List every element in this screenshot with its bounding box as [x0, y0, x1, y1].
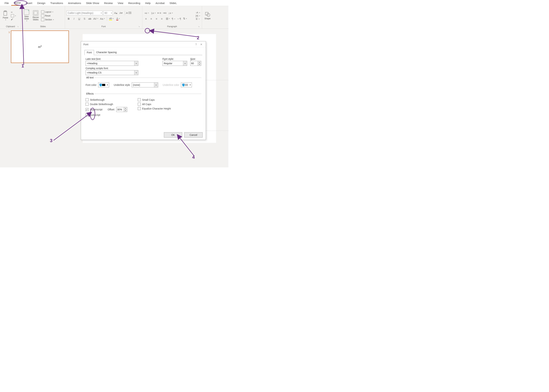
close-button[interactable]: ✕ — [199, 42, 204, 47]
shadow-button[interactable]: S — [82, 16, 87, 21]
tab-file[interactable]: File — [2, 0, 11, 6]
underline-button[interactable]: U — [77, 16, 81, 21]
chevron-down-icon: ▾ — [111, 12, 112, 14]
font-size-spinner[interactable]: ▲▼ — [190, 61, 201, 66]
tab-animations[interactable]: Animations — [65, 0, 83, 6]
latin-font-combo[interactable]: +Heading▾ — [86, 61, 138, 66]
align-text-button[interactable]: [≡]▾ — [195, 14, 201, 17]
spin-down-icon[interactable]: ▼ — [124, 110, 127, 112]
spin-up-icon[interactable]: ▲ — [198, 61, 201, 63]
group-slides-label: Slides — [40, 25, 46, 28]
tab-insert[interactable]: Insert — [23, 0, 35, 6]
layout-button[interactable]: Layout▾ — [41, 10, 54, 14]
reset-button[interactable]: Reset — [41, 14, 54, 18]
cut-button[interactable]: ✂ — [11, 11, 16, 14]
tab-recording[interactable]: Recording — [126, 0, 143, 6]
group-font-label: Font — [101, 25, 106, 28]
strikethrough-button[interactable]: ab — [87, 16, 92, 21]
help-button[interactable]: ? — [193, 42, 199, 47]
dialog-tab-spacing[interactable]: Character Spacing — [94, 50, 119, 55]
character-spacing-button[interactable]: AV▾ — [93, 16, 99, 21]
font-size-input[interactable] — [190, 61, 198, 66]
line-spacing-button[interactable]: ↕≡▾ — [168, 11, 173, 15]
smartart-icon: ☱ — [196, 18, 198, 20]
ribbon-tabs: File Home Insert Design Transitions Anim… — [0, 0, 228, 6]
divider — [107, 16, 107, 21]
reuse-slides-button[interactable]: ReuseSlides — [32, 10, 40, 21]
equalize-checkbox[interactable]: Equalize Character Height — [138, 107, 171, 110]
font-style-combo[interactable]: Regular▾ — [163, 61, 187, 66]
align-center-button[interactable]: ≡ — [149, 16, 153, 21]
section-icon — [41, 18, 44, 21]
ok-button[interactable]: OK — [164, 132, 182, 138]
strikethrough-checkbox[interactable]: Strikethrough — [86, 98, 127, 101]
convert-smartart-button[interactable]: ☱▾ — [195, 18, 201, 20]
change-case-button[interactable]: Aa▾ — [100, 16, 105, 21]
chevron-down-icon: ▾ — [186, 18, 187, 20]
spin-down-icon[interactable]: ▼ — [198, 63, 201, 66]
section-button[interactable]: Section▾ — [41, 18, 54, 21]
font-color-button[interactable]: A▾ — [115, 16, 121, 21]
clipboard-icon — [3, 11, 8, 16]
tab-home[interactable]: Home — [11, 0, 23, 6]
chevron-down-icon: ▾ — [134, 70, 138, 75]
small-caps-checkbox[interactable]: Small Caps — [138, 98, 171, 101]
increase-font-button[interactable]: A▴ — [114, 11, 118, 15]
ltr-button[interactable]: ¶→ — [172, 16, 176, 21]
font-name-combo[interactable]: Calibri Light (Headings)▾ — [66, 11, 103, 15]
complex-font-combo[interactable]: +Heading CS▾ — [86, 70, 138, 75]
decrease-font-button[interactable]: A▾ — [119, 11, 123, 15]
offset-input[interactable] — [116, 107, 124, 112]
tab-help[interactable]: Help — [143, 0, 153, 6]
shapes-button[interactable]: Shape — [203, 11, 211, 21]
spin-up-icon[interactable]: ▲ — [124, 107, 127, 110]
double-strikethrough-checkbox[interactable]: Double Strikethrough — [86, 103, 127, 106]
cancel-button[interactable]: Cancel — [184, 132, 202, 138]
copy-button[interactable]: ▾ — [11, 14, 16, 18]
format-painter-button[interactable]: 🖌 — [11, 18, 16, 21]
new-slide-button[interactable]: ＋ NewSlide ▾ — [22, 9, 31, 22]
dialog-title-text: Font — [83, 43, 88, 46]
bullets-button[interactable]: •≡▾ — [144, 11, 150, 15]
font-dialog-launcher[interactable]: ↘ — [138, 25, 140, 28]
effects-fieldset: Effects Strikethrough Double Strikethrou… — [86, 92, 201, 119]
clear-formatting-button[interactable]: A⌫ — [126, 11, 131, 15]
italic-button[interactable]: I — [72, 16, 76, 21]
tab-design[interactable]: Design — [35, 0, 48, 6]
tab-transitions[interactable]: Transitions — [48, 0, 65, 6]
subscript-checkbox[interactable]: Subscript — [86, 113, 127, 116]
align-left-button[interactable]: ≡ — [144, 16, 148, 21]
justify-button[interactable]: ≡ — [159, 16, 164, 21]
text-direction-button[interactable]: ⇅▾ — [182, 16, 188, 21]
text-direction-icon: ↕A — [196, 11, 198, 14]
superscript-checkbox[interactable]: Superscript — [86, 108, 102, 111]
clipboard-launcher[interactable]: ↘ — [17, 25, 19, 28]
layout-icon — [41, 10, 44, 14]
tab-slidel[interactable]: SlideL — [167, 0, 179, 6]
paste-button[interactable]: Paste ▾ — [1, 10, 9, 21]
underline-style-value: (none) — [133, 84, 140, 86]
bold-button[interactable]: B — [66, 16, 71, 21]
increase-indent-button[interactable]: ⇥≡ — [162, 11, 167, 15]
tab-review[interactable]: Review — [101, 0, 115, 6]
dialog-tab-font[interactable]: Font — [85, 50, 94, 55]
align-right-button[interactable]: ≡ — [154, 16, 159, 21]
highlight-color-button[interactable]: ab▾ — [108, 16, 114, 21]
tab-slideshow[interactable]: Slide Show — [83, 0, 101, 6]
rtl-button[interactable]: ←¶ — [177, 16, 181, 21]
numbering-button[interactable]: 1≡▾ — [150, 11, 156, 15]
offset-spinner[interactable]: ▲▼ — [116, 107, 127, 112]
decrease-indent-button[interactable]: ⇤≡ — [157, 11, 162, 15]
tab-acrobat[interactable]: Acrobat — [153, 0, 167, 6]
tab-view[interactable]: View — [115, 0, 126, 6]
underline-style-combo[interactable]: (none)▾ — [132, 83, 158, 87]
font-size-combo[interactable]: 60▾ — [103, 11, 113, 15]
all-caps-checkbox[interactable]: All Caps — [138, 103, 171, 106]
columns-button[interactable]: ▥▾ — [165, 16, 171, 21]
text-direction-vert-button[interactable]: ↕A▾ — [195, 11, 201, 14]
font-color-picker[interactable]: 🪣 ▼ — [98, 83, 109, 87]
slide-thumbnail-1[interactable]: m2 — [11, 30, 69, 63]
paragraph-launcher[interactable]: ↘ — [198, 25, 200, 28]
chevron-down-icon: ▾ — [183, 61, 187, 66]
chevron-down-icon: ▾ — [134, 61, 138, 66]
